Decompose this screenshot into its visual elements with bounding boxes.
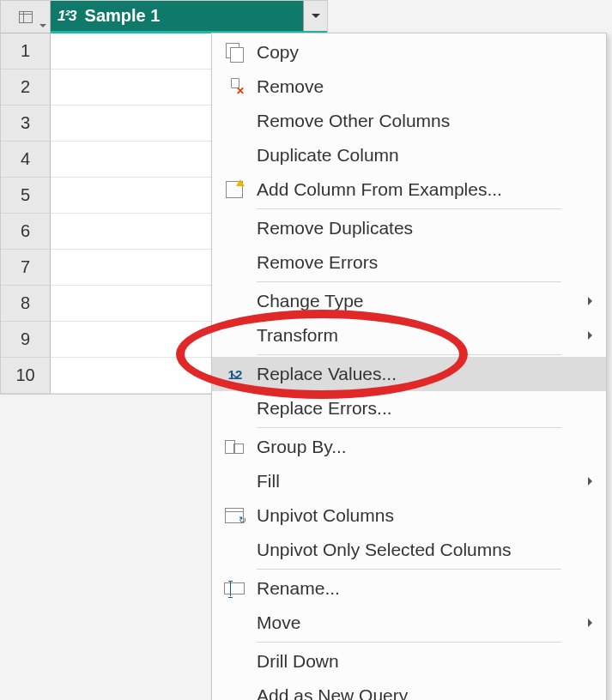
- chevron-right-icon: [588, 297, 592, 305]
- unpivot-icon: [225, 508, 244, 523]
- cell[interactable]: [51, 214, 212, 250]
- remove-icon: [226, 78, 243, 95]
- menu-item-label: Rename...: [257, 578, 592, 599]
- menu-item-label: Copy: [257, 42, 592, 63]
- row-number[interactable]: 1: [1, 33, 51, 69]
- row-number[interactable]: 4: [1, 142, 51, 178]
- menu-icon-slot: [212, 582, 257, 594]
- menu-item-label: Change Type: [257, 291, 588, 311]
- cell[interactable]: [51, 33, 212, 69]
- menu-separator: [257, 208, 561, 209]
- cell[interactable]: [51, 286, 212, 322]
- cell[interactable]: [51, 250, 212, 286]
- menu-item-drill-down[interactable]: Drill Down: [212, 644, 606, 679]
- row-number[interactable]: 9: [1, 322, 51, 358]
- row-number[interactable]: 7: [1, 250, 51, 286]
- menu-item-label: Remove Duplicates: [257, 218, 592, 238]
- menu-item-move[interactable]: Move: [212, 606, 606, 640]
- menu-item-label: Add Column From Examples...: [257, 179, 592, 200]
- add-column-icon: [226, 181, 243, 198]
- menu-icon-slot: [212, 78, 257, 95]
- menu-item-replace-values[interactable]: 1 2Replace Values...: [212, 357, 606, 391]
- table-header-row: 1²3 Sample 1: [1, 1, 327, 33]
- menu-item-add-column-from-examples[interactable]: Add Column From Examples...: [212, 172, 606, 207]
- menu-item-change-type[interactable]: Change Type: [212, 284, 606, 318]
- menu-item-label: Add as New Query: [257, 685, 592, 700]
- menu-item-label: Unpivot Columns: [257, 505, 592, 526]
- menu-item-label: Replace Values...: [257, 364, 592, 384]
- menu-item-remove-duplicates[interactable]: Remove Duplicates: [212, 211, 606, 245]
- menu-item-label: Unpivot Only Selected Columns: [257, 540, 592, 560]
- menu-icon-slot: 1 2: [212, 367, 257, 382]
- number-type-icon: 1²3: [58, 8, 76, 25]
- menu-item-label: Drill Down: [257, 651, 592, 672]
- row-number[interactable]: 6: [1, 214, 51, 250]
- cell[interactable]: [51, 322, 212, 358]
- column-header-sample-1[interactable]: 1²3 Sample 1: [51, 1, 327, 33]
- row-number[interactable]: 10: [1, 358, 51, 394]
- menu-item-copy[interactable]: Copy: [212, 35, 606, 69]
- row-number[interactable]: 5: [1, 178, 51, 214]
- menu-icon-slot: [212, 43, 257, 62]
- menu-item-remove[interactable]: Remove: [212, 69, 606, 104]
- chevron-right-icon: [588, 619, 592, 627]
- menu-item-transform[interactable]: Transform: [212, 318, 606, 353]
- column-context-menu: CopyRemoveRemove Other ColumnsDuplicate …: [211, 33, 607, 700]
- column-name: Sample 1: [85, 6, 161, 26]
- copy-icon: [226, 43, 243, 62]
- cell[interactable]: [51, 106, 212, 142]
- cell[interactable]: [51, 142, 212, 178]
- cell[interactable]: [51, 358, 212, 394]
- menu-icon-slot: [212, 181, 257, 198]
- menu-item-unpivot-only-selected-columns[interactable]: Unpivot Only Selected Columns: [212, 533, 606, 567]
- rename-icon: [224, 582, 245, 594]
- menu-separator: [257, 569, 561, 570]
- menu-item-label: Duplicate Column: [257, 145, 592, 166]
- menu-icon-slot: [212, 508, 257, 523]
- menu-item-label: Replace Errors...: [257, 398, 592, 419]
- menu-item-duplicate-column[interactable]: Duplicate Column: [212, 138, 606, 172]
- cell[interactable]: [51, 178, 212, 214]
- menu-separator: [257, 354, 561, 355]
- row-number[interactable]: 3: [1, 106, 51, 142]
- menu-icon-slot: [212, 440, 257, 454]
- menu-separator: [257, 281, 561, 282]
- menu-item-group-by[interactable]: Group By...: [212, 430, 606, 464]
- group-by-icon: [225, 440, 244, 454]
- menu-item-remove-other-columns[interactable]: Remove Other Columns: [212, 104, 606, 138]
- menu-separator: [257, 642, 561, 643]
- menu-separator: [257, 427, 561, 428]
- menu-item-unpivot-columns[interactable]: Unpivot Columns: [212, 498, 606, 533]
- chevron-right-icon: [588, 331, 592, 340]
- column-filter-dropdown[interactable]: [303, 1, 327, 31]
- menu-item-label: Move: [257, 612, 588, 633]
- menu-item-rename[interactable]: Rename...: [212, 571, 606, 606]
- row-number[interactable]: 8: [1, 286, 51, 322]
- menu-item-label: Transform: [257, 325, 588, 346]
- menu-item-fill[interactable]: Fill: [212, 464, 606, 498]
- cell[interactable]: [51, 69, 212, 106]
- menu-item-label: Remove Errors: [257, 252, 592, 273]
- menu-item-remove-errors[interactable]: Remove Errors: [212, 245, 606, 280]
- menu-item-label: Remove: [257, 76, 592, 97]
- menu-item-replace-errors[interactable]: Replace Errors...: [212, 391, 606, 425]
- chevron-right-icon: [588, 477, 592, 486]
- menu-item-label: Group By...: [257, 437, 592, 457]
- select-all-corner[interactable]: [1, 1, 51, 33]
- row-number[interactable]: 2: [1, 69, 51, 106]
- menu-item-add-as-new-query[interactable]: Add as New Query: [212, 679, 606, 700]
- menu-item-label: Fill: [257, 471, 588, 492]
- chevron-down-icon: [39, 24, 46, 27]
- menu-item-label: Remove Other Columns: [257, 111, 592, 131]
- table-icon: [19, 11, 33, 23]
- replace-values-icon: 1 2: [228, 367, 241, 382]
